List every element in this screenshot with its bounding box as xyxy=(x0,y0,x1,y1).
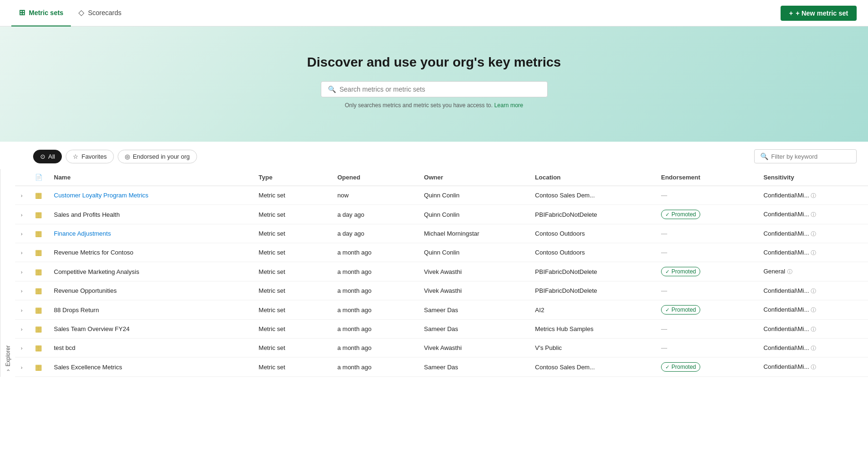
row-expand-6[interactable]: › xyxy=(15,300,29,320)
row-sensitivity-4: General ⓘ xyxy=(758,262,868,281)
row-type-1: Metric set xyxy=(253,205,332,224)
col-owner-header[interactable]: Owner xyxy=(418,169,529,186)
row-expand-1[interactable]: › xyxy=(15,205,29,224)
tab-metric-sets-label: Metric sets xyxy=(29,9,63,17)
chevron-right-icon[interactable]: › xyxy=(21,212,23,218)
chevron-right-icon[interactable]: › xyxy=(21,307,23,313)
row-expand-7[interactable]: › xyxy=(15,320,29,339)
learn-more-link[interactable]: Learn more xyxy=(494,102,523,109)
sensitivity-value: Confidential\Mi... xyxy=(764,211,809,218)
row-name-2[interactable]: Finance Adjustments xyxy=(48,224,253,243)
row-location-9: Contoso Sales Dem... xyxy=(529,357,655,377)
sensitivity-info-icon[interactable]: ⓘ xyxy=(811,212,816,217)
explorer-sidebar[interactable]: › Explorer xyxy=(0,169,15,377)
row-name-4[interactable]: Competitive Marketing Analysis xyxy=(48,262,253,281)
row-owner-8: Vivek Awasthi xyxy=(418,339,529,357)
plus-icon: + xyxy=(789,9,793,17)
sensitivity-info-icon[interactable]: ⓘ xyxy=(811,345,816,351)
row-expand-0[interactable]: › xyxy=(15,186,29,205)
sensitivity-info-icon[interactable]: ⓘ xyxy=(811,326,816,332)
row-metric-icon-2: ▦ xyxy=(29,224,48,243)
sensitivity-value: Confidential\Mi... xyxy=(764,363,809,370)
table-row: ›▦Finance AdjustmentsMetric seta day ago… xyxy=(15,224,868,243)
keyword-filter-input[interactable] xyxy=(771,153,851,160)
sensitivity-value: Confidential\Mi... xyxy=(764,192,809,199)
row-name-3[interactable]: Revenue Metrics for Contoso xyxy=(48,243,253,262)
chevron-right-icon[interactable]: › xyxy=(21,345,23,351)
row-name-9[interactable]: Sales Excellence Metrics xyxy=(48,357,253,377)
promoted-badge: ✓Promoted xyxy=(661,305,700,315)
chevron-right-icon[interactable]: › xyxy=(21,193,23,198)
sensitivity-info-icon[interactable]: ⓘ xyxy=(811,250,816,255)
row-type-3: Metric set xyxy=(253,243,332,262)
row-sensitivity-9: Confidential\Mi... ⓘ xyxy=(758,357,868,377)
row-endorsement-2: — xyxy=(655,224,758,243)
sensitivity-info-icon[interactable]: ⓘ xyxy=(811,193,816,198)
row-expand-9[interactable]: › xyxy=(15,357,29,377)
row-expand-2[interactable]: › xyxy=(15,224,29,243)
tab-scorecards[interactable]: ◇ Scorecards xyxy=(71,0,129,26)
name-link[interactable]: Finance Adjustments xyxy=(54,230,111,237)
row-name-1[interactable]: Sales and Profits Health xyxy=(48,205,253,224)
row-name-7[interactable]: Sales Team Overview FY24 xyxy=(48,320,253,339)
promoted-checkmark-icon: ✓ xyxy=(665,212,670,218)
endorsement-dash: — xyxy=(661,249,667,256)
keyword-filter[interactable]: 🔍 xyxy=(754,149,857,163)
row-expand-4[interactable]: › xyxy=(15,262,29,281)
promoted-checkmark-icon: ✓ xyxy=(665,269,670,275)
row-owner-5: Vivek Awasthi xyxy=(418,281,529,300)
sensitivity-info-icon[interactable]: ⓘ xyxy=(811,307,816,313)
col-location-header[interactable]: Location xyxy=(529,169,655,186)
row-location-5: PBIFabricDoNotDelete xyxy=(529,281,655,300)
row-sensitivity-6: Confidential\Mi... ⓘ xyxy=(758,300,868,320)
chevron-right-icon[interactable]: › xyxy=(21,231,23,237)
filter-favorites-label: Favorites xyxy=(81,153,106,160)
sensitivity-info-icon[interactable]: ⓘ xyxy=(811,288,816,294)
row-opened-5: a month ago xyxy=(332,281,418,300)
row-endorsement-4: ✓Promoted xyxy=(655,262,758,281)
filter-tab-endorsed[interactable]: ◎ Endorsed in your org xyxy=(118,150,197,163)
metric-set-icon: ▦ xyxy=(35,191,42,199)
tab-metric-sets[interactable]: ⊞ Metric sets xyxy=(11,0,71,26)
chevron-right-icon[interactable]: › xyxy=(21,365,23,370)
chevron-right-icon[interactable]: › xyxy=(21,269,23,275)
chevron-right-icon[interactable]: › xyxy=(21,326,23,332)
col-opened-header[interactable]: Opened xyxy=(332,169,418,186)
sensitivity-info-icon[interactable]: ⓘ xyxy=(787,269,792,274)
filter-tab-all[interactable]: ⊙ All xyxy=(33,150,62,163)
new-metric-set-button[interactable]: + + New metric set xyxy=(781,6,857,21)
hero-section: Discover and use your org's key metrics … xyxy=(0,26,868,142)
row-endorsement-5: — xyxy=(655,281,758,300)
row-expand-8[interactable]: › xyxy=(15,339,29,357)
row-endorsement-9: ✓Promoted xyxy=(655,357,758,377)
col-type-header[interactable]: Type xyxy=(253,169,332,186)
row-name-0[interactable]: Customer Loyalty Program Metrics xyxy=(48,186,253,205)
row-sensitivity-7: Confidential\Mi... ⓘ xyxy=(758,320,868,339)
row-expand-5[interactable]: › xyxy=(15,281,29,300)
search-box[interactable]: 🔍 xyxy=(321,81,548,97)
row-owner-4: Vivek Awasthi xyxy=(418,262,529,281)
row-name-6[interactable]: 88 Drops Return xyxy=(48,300,253,320)
search-input[interactable] xyxy=(340,85,541,93)
col-endorsement-header[interactable]: Endorsement xyxy=(655,169,758,186)
row-owner-7: Sameer Das xyxy=(418,320,529,339)
col-name-header[interactable]: Name xyxy=(48,169,253,186)
sensitivity-info-icon[interactable]: ⓘ xyxy=(811,231,816,237)
table-row: ›▦Revenue OpportunitiesMetric seta month… xyxy=(15,281,868,300)
hero-title: Discover and use your org's key metrics xyxy=(307,55,561,70)
filter-tab-favorites[interactable]: ☆ Favorites xyxy=(66,150,113,163)
endorsement-dash: — xyxy=(661,192,667,199)
promoted-badge: ✓Promoted xyxy=(661,362,700,372)
table-row: ›▦Sales and Profits HealthMetric seta da… xyxy=(15,205,868,224)
chevron-right-icon[interactable]: › xyxy=(21,250,23,255)
endorsement-dash: — xyxy=(661,325,667,332)
row-opened-2: a day ago xyxy=(332,224,418,243)
sensitivity-info-icon[interactable]: ⓘ xyxy=(811,364,816,370)
name-link[interactable]: Customer Loyalty Program Metrics xyxy=(54,192,148,199)
metric-set-icon: ▦ xyxy=(35,248,42,256)
row-expand-3[interactable]: › xyxy=(15,243,29,262)
row-name-5[interactable]: Revenue Opportunities xyxy=(48,281,253,300)
col-sensitivity-header[interactable]: Sensitivity xyxy=(758,169,868,186)
chevron-right-icon[interactable]: › xyxy=(21,288,23,294)
row-name-8[interactable]: test bcd xyxy=(48,339,253,357)
